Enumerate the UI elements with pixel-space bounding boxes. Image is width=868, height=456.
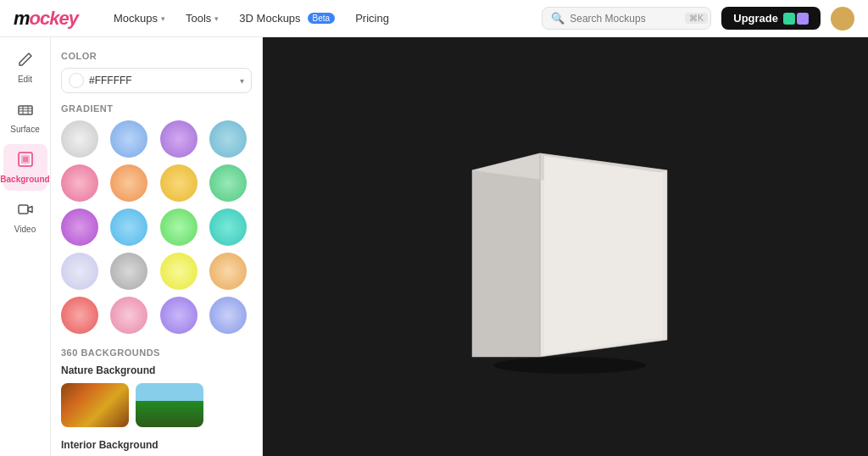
svg-rect-7 [23,157,28,162]
gradient-6[interactable] [110,164,147,202]
sidebar-edit-label: Edit [18,75,32,84]
video-icon [17,201,34,222]
purple-icon [797,13,809,25]
green-icon [783,13,795,25]
nav-pricing[interactable]: Pricing [347,8,398,28]
gradient-17[interactable] [61,297,98,334]
nature-thumb-2[interactable] [136,383,203,427]
gradient-14[interactable] [110,253,147,290]
search-icon: 🔍 [551,12,565,25]
gradient-15[interactable] [160,253,198,290]
sidebar-item-video[interactable]: Video [3,194,47,241]
nav-tools[interactable]: Tools ▾ [177,8,227,28]
search-kbd: ⌘K [685,13,708,24]
search-bar[interactable]: 🔍 ⌘K [542,7,711,30]
logo[interactable]: mockey [14,8,78,30]
icon-sidebar: Edit Surface Bac [0,37,51,456]
gradient-8[interactable] [209,164,247,202]
chevron-down-icon: ▾ [161,14,165,23]
upgrade-label: Upgrade [733,12,778,25]
nature-thumb-1[interactable] [61,383,129,427]
svg-point-14 [493,357,646,374]
color-section-title: COLOR [61,51,252,61]
gradient-3[interactable] [160,120,198,158]
gradient-12[interactable] [209,209,247,246]
sidebar-surface-label: Surface [10,125,39,134]
header: mockey Mockups ▾ Tools ▾ 3D Mockups Beta… [0,0,868,37]
background-icon [17,151,34,172]
nav-3d-mockups[interactable]: 3D Mockups Beta [231,8,343,28]
surface-icon [17,101,34,122]
nature-thumbs [61,383,252,427]
upgrade-button[interactable]: Upgrade [721,7,821,30]
upgrade-icons [783,13,809,25]
gradient-grid [61,120,252,334]
chevron-down-icon: ▾ [240,76,244,86]
gradient-7[interactable] [160,164,198,202]
gradient-16[interactable] [209,253,247,290]
header-right: 🔍 ⌘K Upgrade [542,7,854,31]
gradient-19[interactable] [160,297,198,334]
interior-bg-title: Interior Background [61,439,252,451]
gradient-18[interactable] [110,297,147,334]
bg360-title: 360 BACKGROUNDS [61,348,252,358]
chevron-down-icon: ▾ [214,14,219,23]
background-panel: COLOR #FFFFFF ▾ GRADIENT 360 BACKGROUNDS… [51,37,263,456]
nav-3d-label: 3D Mockups [239,12,300,25]
svg-rect-8 [19,205,28,214]
nav-bar: Mockups ▾ Tools ▾ 3D Mockups Beta Pricin… [105,8,398,28]
main-layout: Edit Surface Bac [0,37,868,456]
sidebar-video-label: Video [14,225,36,234]
nav-mockups-label: Mockups [114,12,158,25]
edit-icon [17,51,34,72]
color-picker[interactable]: #FFFFFF ▾ [61,68,252,93]
gradient-9[interactable] [61,209,98,246]
nav-tools-label: Tools [186,12,211,25]
sidebar-item-background[interactable]: Background [3,144,47,191]
gradient-5[interactable] [61,164,98,202]
gradient-20[interactable] [209,297,247,334]
sidebar-background-label: Background [0,175,49,184]
svg-marker-10 [472,153,540,357]
avatar[interactable] [831,7,854,31]
search-input[interactable] [570,13,680,25]
mockup-3d [421,86,709,408]
gradient-1[interactable] [61,120,98,158]
canvas-area [263,37,868,456]
gradient-4[interactable] [209,120,247,158]
beta-badge: Beta [308,13,336,24]
gradient-13[interactable] [61,253,98,290]
color-swatch [69,73,84,88]
gradient-10[interactable] [110,209,147,246]
gradient-11[interactable] [160,209,198,246]
nav-pricing-label: Pricing [355,12,389,25]
svg-rect-0 [19,106,32,114]
nav-mockups[interactable]: Mockups ▾ [105,8,174,28]
nature-bg-title: Nature Background [61,364,252,376]
sidebar-item-surface[interactable]: Surface [3,94,47,141]
sidebar-item-edit[interactable]: Edit [3,44,47,91]
gradient-section-title: GRADIENT [61,103,252,114]
color-hex-value: #FFFFFF [89,75,132,86]
svg-marker-12 [544,156,663,354]
gradient-2[interactable] [110,120,147,158]
